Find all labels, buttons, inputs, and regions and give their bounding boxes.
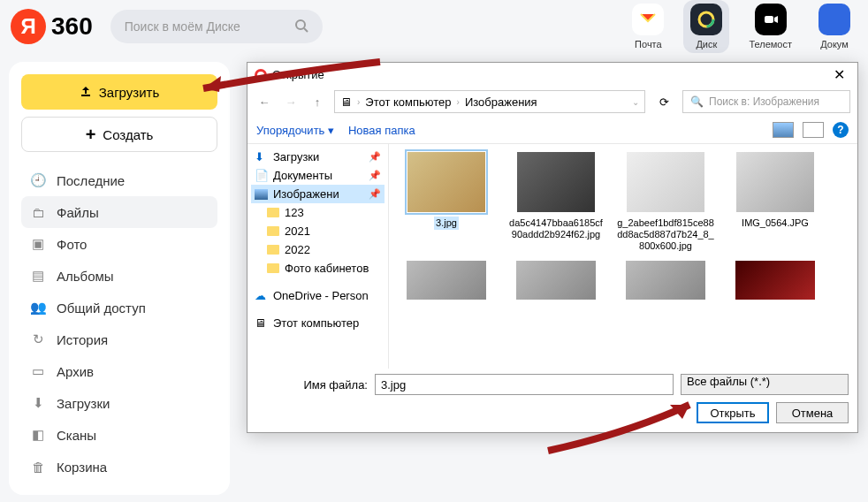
logo-icon: Я <box>11 9 46 44</box>
nav-label: Корзина <box>57 460 107 475</box>
back-button[interactable]: ← <box>255 92 274 111</box>
tree-label: 2022 <box>285 243 310 256</box>
camera-icon: ▣ <box>30 236 46 252</box>
tree-item-folder[interactable]: 2021 <box>251 222 385 240</box>
thumbnail <box>735 261 815 300</box>
mail-icon <box>632 4 664 35</box>
tree-item-folder[interactable]: 123 <box>251 203 385 222</box>
file-open-dialog: Открытие ✕ ← → ↑ 🖥 › Этот компьютер › Из… <box>247 62 858 433</box>
disk-icon <box>690 4 722 35</box>
view-mode-button[interactable] <box>773 122 794 138</box>
open-button[interactable]: Открыть <box>697 402 769 423</box>
filter-value: Все файлы (*.*) <box>687 375 770 388</box>
tree-item-folder[interactable]: Фото кабинетов <box>251 259 385 278</box>
upload-icon <box>80 85 92 100</box>
opera-icon <box>255 69 267 81</box>
telemost-icon <box>755 4 787 35</box>
service-mail[interactable]: Почта <box>625 0 671 53</box>
close-button[interactable]: ✕ <box>828 66 850 83</box>
sidebar-item-shared[interactable]: 👥Общий доступ <box>21 292 217 323</box>
create-label: Создать <box>103 127 153 142</box>
service-label: Диск <box>696 39 717 49</box>
help-button[interactable]: ? <box>833 122 849 138</box>
path-bar[interactable]: 🖥 › Этот компьютер › Изображения ⌄ <box>334 90 645 113</box>
chevron-right-icon: › <box>357 97 360 107</box>
scan-icon: ◧ <box>30 427 46 443</box>
cancel-button[interactable]: Отмена <box>776 402 849 423</box>
filename-input[interactable] <box>375 374 674 395</box>
docs-icon <box>819 4 850 35</box>
sidebar: Загрузить + Создать 🕘Последние 🗀Файлы ▣Ф… <box>9 62 230 495</box>
sidebar-item-recent[interactable]: 🕘Последние <box>21 164 217 196</box>
tree-item-onedrive[interactable]: ☁OneDrive - Person <box>251 286 385 305</box>
dialog-footer: Имя файла: Все файлы (*.*) Открыть Отмен… <box>247 369 857 429</box>
refresh-button[interactable]: ⟳ <box>652 90 675 113</box>
service-telemost[interactable]: Телемост <box>742 0 799 53</box>
chevron-down-icon[interactable]: ⌄ <box>632 97 639 107</box>
organize-dropdown[interactable]: Упорядочить ▾ <box>256 124 334 137</box>
logo[interactable]: Я 360 <box>11 9 93 44</box>
clock-icon: 🕘 <box>30 172 46 188</box>
folder-icon <box>267 208 279 217</box>
path-segment[interactable]: Изображения <box>465 95 537 109</box>
dialog-titlebar: Открытие ✕ <box>247 63 857 87</box>
up-button[interactable]: ↑ <box>308 92 327 111</box>
upload-button[interactable]: Загрузить <box>21 74 217 110</box>
folder-icon <box>267 263 279 273</box>
svg-point-0 <box>296 20 305 29</box>
file-item[interactable]: IMG_0564.JPG <box>725 151 826 252</box>
app-header: Я 360 Поиск в моём Диске Почта Диск Теле… <box>0 0 868 53</box>
service-disk[interactable]: Диск <box>683 0 729 53</box>
tree-label: Фото кабинетов <box>285 262 369 275</box>
file-item[interactable] <box>396 261 497 300</box>
trash-icon: 🗑 <box>30 459 46 475</box>
image-icon <box>255 189 268 200</box>
file-item[interactable]: 3.jpg <box>396 151 497 252</box>
sidebar-item-downloads[interactable]: ⬇Загрузки <box>21 387 217 419</box>
file-item[interactable]: da5c4147bbaa6185cf90addd2b924f62.jpg <box>506 151 606 252</box>
search-input[interactable]: Поиск в моём Диске <box>110 10 323 43</box>
filetype-select[interactable]: Все файлы (*.*) <box>681 374 849 395</box>
search-icon: 🔍 <box>690 95 704 108</box>
search-placeholder: Поиск в: Изображения <box>709 95 819 108</box>
people-icon: 👥 <box>30 300 46 316</box>
sidebar-item-albums[interactable]: ▤Альбомы <box>21 260 217 292</box>
forward-button[interactable]: → <box>281 92 301 111</box>
tree-label: Загрузки <box>273 150 319 164</box>
file-item[interactable]: g_2abeef1bdf815ce88dd8ac5d887d7b24_8_800… <box>615 151 716 252</box>
tree-item-folder[interactable]: 2022 <box>251 240 385 259</box>
file-item[interactable] <box>615 261 716 300</box>
nav-label: Фото <box>57 237 87 252</box>
sidebar-item-archive[interactable]: ▭Архив <box>21 355 217 387</box>
albums-icon: ▤ <box>30 268 46 284</box>
pc-icon: 🖥 <box>255 316 268 330</box>
dialog-search-input[interactable]: 🔍 Поиск в: Изображения <box>682 90 850 113</box>
sidebar-item-scans[interactable]: ◧Сканы <box>21 419 217 451</box>
file-item[interactable] <box>506 261 606 300</box>
search-icon <box>294 19 308 35</box>
tree-item-pc[interactable]: 🖥Этот компьютер <box>251 314 385 332</box>
nav-label: Загрузки <box>57 396 110 411</box>
new-folder-button[interactable]: Новая папка <box>348 124 415 137</box>
thumbnail <box>516 261 596 300</box>
tree-item-images[interactable]: Изображени📌 <box>251 185 385 203</box>
archive-icon: ▭ <box>30 363 46 379</box>
sidebar-item-photo[interactable]: ▣Фото <box>21 228 217 260</box>
preview-pane-button[interactable] <box>803 122 824 138</box>
sidebar-item-trash[interactable]: 🗑Корзина <box>21 451 217 483</box>
thumbnail <box>516 151 596 213</box>
services: Почта Диск Телемост Докум <box>625 0 857 53</box>
file-item[interactable] <box>725 261 826 300</box>
pin-icon: 📌 <box>369 188 381 200</box>
sidebar-item-history[interactable]: ↻История <box>21 323 217 355</box>
search-placeholder: Поиск в моём Диске <box>125 19 240 34</box>
nav-label: Архив <box>57 364 94 379</box>
tree-item-documents[interactable]: 📄Документы📌 <box>251 166 385 185</box>
create-button[interactable]: + Создать <box>21 117 217 152</box>
service-documents[interactable]: Докум <box>811 0 857 53</box>
path-segment[interactable]: Этот компьютер <box>365 95 451 109</box>
tree-label: Изображени <box>273 187 339 201</box>
tree-label: Этот компьютер <box>273 316 359 330</box>
sidebar-item-files[interactable]: 🗀Файлы <box>21 196 217 228</box>
tree-item-downloads[interactable]: ⬇Загрузки📌 <box>251 148 385 166</box>
